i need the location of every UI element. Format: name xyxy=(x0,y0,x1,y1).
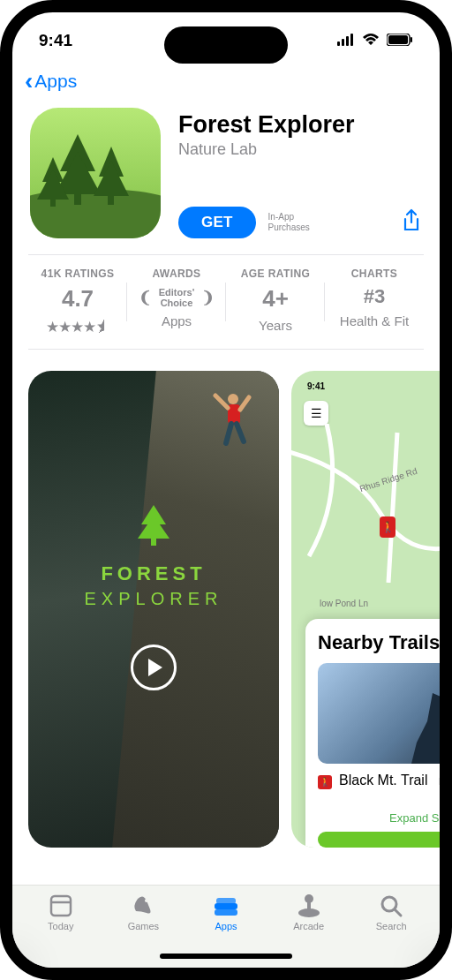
svg-rect-25 xyxy=(216,898,236,904)
trail-image xyxy=(318,663,440,764)
back-label: Apps xyxy=(34,71,77,92)
today-icon xyxy=(19,893,102,919)
svg-marker-11 xyxy=(94,161,129,196)
tab-search[interactable]: Search xyxy=(350,893,433,968)
svg-rect-5 xyxy=(388,35,408,44)
trail-distance: Distance 7.6 MI xyxy=(439,777,440,801)
wifi-icon xyxy=(362,31,380,50)
charts-column: CHARTS #3 Health & Fit xyxy=(325,268,424,336)
pine-trees-icon xyxy=(30,108,161,238)
svg-rect-3 xyxy=(350,34,353,46)
chevron-left-icon: ‹ xyxy=(25,69,33,94)
promo-title-2: EXPLORER xyxy=(28,589,279,609)
svg-rect-20 xyxy=(151,537,156,546)
ratings-column: 41K RATINGS 4.7 ★★★★⯨ xyxy=(28,268,127,336)
map-menu-button: ☰ xyxy=(304,401,328,426)
svg-rect-21 xyxy=(51,896,71,916)
app-title: Forest Explorer xyxy=(178,111,422,139)
status-time: 9:41 xyxy=(39,31,72,50)
laurel-left-icon: ❨ xyxy=(139,288,152,307)
rating-stars-icon: ★★★★⯨ xyxy=(34,318,122,336)
play-button[interactable] xyxy=(131,645,177,690)
share-button[interactable] xyxy=(401,208,422,237)
home-indicator[interactable] xyxy=(160,954,292,959)
promo-title-1: FOREST xyxy=(28,562,279,585)
nearby-trails-card: Nearby Trails 🚶 Black Mt. Trail Distance… xyxy=(305,619,440,848)
back-button[interactable]: ‹ Apps xyxy=(12,69,440,101)
phone-frame: 9:41 ‹ Apps xyxy=(0,0,452,980)
battery-icon xyxy=(387,31,413,50)
games-icon xyxy=(102,893,185,919)
info-strip[interactable]: 41K RATINGS 4.7 ★★★★⯨ AWARDS ❨Editors' C… xyxy=(28,254,424,350)
svg-rect-9 xyxy=(74,192,81,205)
tab-today[interactable]: Today xyxy=(19,893,102,968)
trail-name: Black Mt. Trail xyxy=(339,773,432,788)
svg-line-31 xyxy=(395,909,401,916)
screenshots-strip[interactable]: FOREST EXPLORER 9:41 ☰ Rhus Ridge Rd low… xyxy=(12,350,440,848)
svg-rect-0 xyxy=(337,41,340,46)
svg-rect-2 xyxy=(346,36,349,46)
notch xyxy=(164,26,288,64)
svg-point-23 xyxy=(145,899,148,902)
pond-label: low Pond Ln xyxy=(320,599,368,608)
laurel-right-icon: ❩ xyxy=(201,288,215,307)
svg-point-29 xyxy=(305,894,313,903)
cellular-icon xyxy=(337,31,355,50)
search-icon xyxy=(350,893,433,919)
app-developer[interactable]: Nature Lab xyxy=(178,140,422,159)
svg-rect-12 xyxy=(108,194,114,205)
share-icon xyxy=(401,208,422,233)
svg-point-16 xyxy=(228,394,238,404)
apps-icon xyxy=(185,893,267,919)
svg-rect-15 xyxy=(50,198,56,207)
svg-marker-19 xyxy=(138,516,170,539)
climber-figure xyxy=(208,388,252,459)
awards-column: AWARDS ❨Editors' Choice❩ Apps xyxy=(127,268,226,336)
svg-rect-6 xyxy=(411,37,412,42)
action-bar xyxy=(318,832,440,848)
svg-rect-1 xyxy=(342,39,344,46)
map-roads xyxy=(291,424,440,583)
arcade-icon xyxy=(267,893,350,919)
hiker-pin-icon: 🚶 xyxy=(380,516,396,538)
app-icon[interactable] xyxy=(30,108,161,238)
get-button[interactable]: GET xyxy=(178,207,256,238)
svg-rect-24 xyxy=(215,903,237,909)
preview-time: 9:41 xyxy=(307,381,325,391)
trails-heading: Nearby Trails xyxy=(318,631,440,654)
trail-badge-icon: 🚶 xyxy=(318,775,332,789)
tree-icon xyxy=(28,505,279,554)
svg-rect-26 xyxy=(215,909,237,916)
app-header: Forest Explorer Nature Lab GET In-AppPur… xyxy=(12,101,440,254)
expand-search-link: Expand Search xyxy=(318,811,440,825)
screenshot-2[interactable]: 9:41 ☰ Rhus Ridge Rd low Pond Ln 🚶 Nearb… xyxy=(291,371,440,848)
screenshot-1[interactable]: FOREST EXPLORER xyxy=(28,371,279,848)
age-rating-column: AGE RATING 4+ Years xyxy=(226,268,325,336)
in-app-purchases-label: In-AppPurchases xyxy=(268,212,310,233)
